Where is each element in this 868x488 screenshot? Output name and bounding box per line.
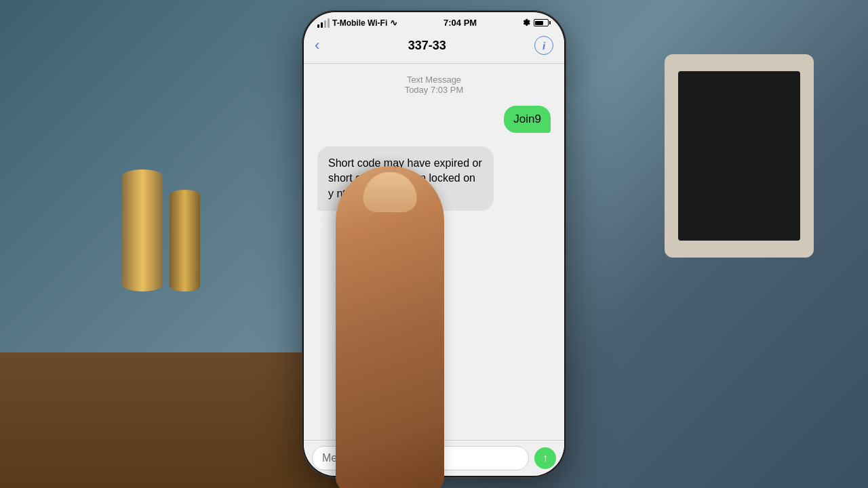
message-type-label: Text Message — [312, 75, 556, 85]
phone-screen: T-Mobile Wi-Fi ∿ 7:04 PM ✽ ‹ 33 — [304, 12, 564, 476]
status-time: 7:04 PM — [443, 18, 477, 28]
monitor-screen — [678, 71, 800, 241]
message-header: Text Message Today 7:03 PM — [312, 75, 556, 95]
signal-bar-3 — [324, 20, 326, 28]
signal-bar-4 — [328, 18, 330, 28]
status-bar: T-Mobile Wi-Fi ∿ 7:04 PM ✽ — [304, 12, 564, 30]
gold-cylinder-2 — [170, 190, 200, 291]
signal-bar-1 — [317, 24, 319, 28]
info-button[interactable]: i — [534, 36, 553, 55]
message-time-label: Today 7:03 PM — [312, 85, 556, 95]
bluetooth-icon: ✽ — [523, 18, 530, 28]
nav-bar: ‹ 337-33 i — [304, 30, 564, 64]
received-bubble[interactable]: Short code may have expired or short cod… — [317, 146, 494, 211]
battery-icon — [534, 19, 551, 26]
send-button[interactable]: ↑ — [534, 447, 556, 469]
message-input[interactable] — [312, 446, 529, 470]
status-left: T-Mobile Wi-Fi ∿ — [317, 18, 397, 28]
signal-bars — [317, 18, 330, 28]
gold-cylinder-1 — [122, 169, 163, 291]
monitor-frame — [665, 54, 814, 258]
carrier-text: T-Mobile Wi-Fi — [332, 18, 387, 28]
status-right: ✽ — [523, 18, 551, 28]
battery-fill — [535, 21, 542, 25]
phone-device: T-Mobile Wi-Fi ∿ 7:04 PM ✽ ‹ 33 — [302, 10, 566, 478]
messages-area[interactable]: Text Message Today 7:03 PM Join9 Short c… — [304, 64, 564, 403]
back-button[interactable]: ‹ — [315, 37, 319, 54]
desk-surface — [0, 352, 339, 488]
battery-tip — [549, 21, 551, 24]
input-bar: ↑ — [304, 440, 564, 476]
wifi-icon: ∿ — [390, 18, 397, 28]
signal-bar-2 — [321, 22, 323, 28]
received-message-row: Short code may have expired or short cod… — [312, 146, 556, 211]
background-objects — [102, 136, 237, 339]
battery-body — [534, 19, 549, 26]
phone-wrapper: T-Mobile Wi-Fi ∿ 7:04 PM ✽ ‹ 33 — [302, 10, 566, 478]
nav-title: 337-33 — [408, 39, 446, 53]
sent-bubble[interactable]: Join9 — [504, 106, 551, 133]
sent-message-row: Join9 — [312, 106, 556, 133]
